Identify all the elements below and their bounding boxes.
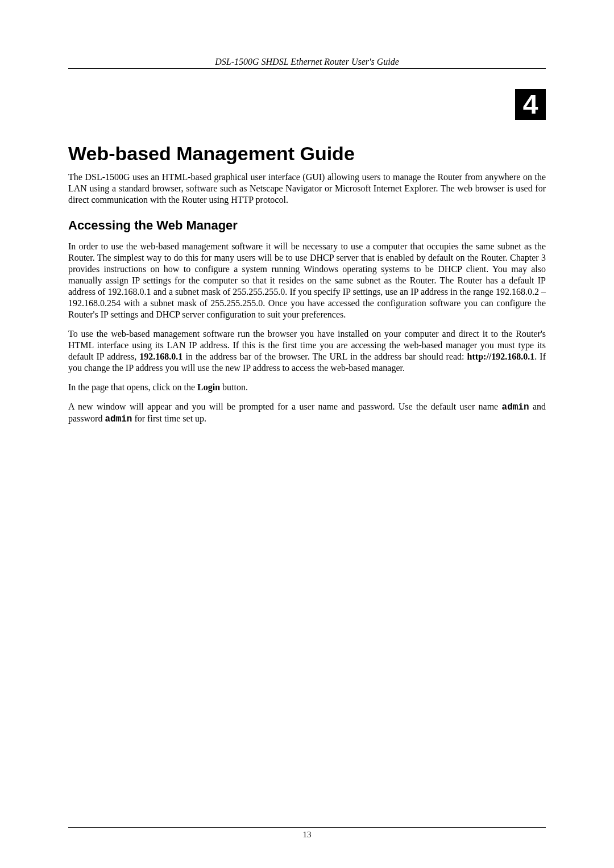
page-number: 13 bbox=[303, 830, 312, 839]
default-password: admin bbox=[105, 414, 132, 424]
body-paragraph-3: In the page that opens, click on the Log… bbox=[68, 382, 546, 393]
page-title: Web-based Management Guide bbox=[68, 143, 546, 165]
chapter-number-box: 4 bbox=[515, 89, 546, 120]
default-ip: 192.168.0.1 bbox=[139, 352, 182, 361]
text-span: in the address bar of the browser. The U… bbox=[182, 352, 467, 361]
default-username: admin bbox=[502, 402, 529, 412]
body-paragraph-2: To use the web-based management software… bbox=[68, 328, 546, 374]
intro-paragraph: The DSL-1500G uses an HTML-based graphic… bbox=[68, 172, 546, 206]
text-span: for first time set up. bbox=[132, 414, 206, 423]
section-heading: Accessing the Web Manager bbox=[68, 218, 546, 233]
page-header: DSL-1500G SHDSL Ethernet Router User's G… bbox=[68, 57, 546, 69]
body-paragraph-1: In order to use the web-based management… bbox=[68, 241, 546, 320]
text-span: button. bbox=[220, 382, 248, 392]
default-url: http://192.168.0.1 bbox=[467, 352, 535, 361]
login-label: Login bbox=[197, 382, 220, 392]
text-span: A new window will appear and you will be… bbox=[68, 402, 502, 411]
text-span: In the page that opens, click on the bbox=[68, 382, 197, 392]
body-paragraph-4: A new window will appear and you will be… bbox=[68, 401, 546, 425]
page-footer: 13 bbox=[68, 827, 546, 840]
